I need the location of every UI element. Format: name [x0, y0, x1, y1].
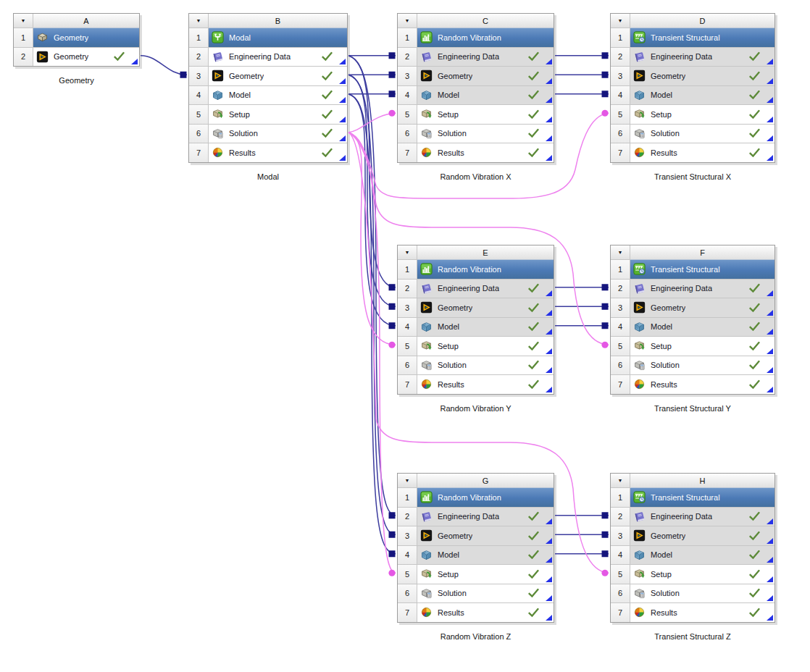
- cell-solution[interactable]: Solution: [630, 584, 774, 603]
- row-number: 2: [398, 507, 417, 526]
- cell-corner-indicator: [767, 310, 773, 316]
- cell-model[interactable]: Model: [209, 85, 347, 105]
- system-context-menu-button[interactable]: ▼: [398, 245, 417, 259]
- system-frame: ▼A1Geometry2Geometry: [13, 13, 140, 67]
- cell-model[interactable]: Model: [417, 545, 554, 565]
- cell-results[interactable]: Results: [209, 143, 347, 162]
- cell-engineering-data[interactable]: Engineering Data: [630, 47, 774, 67]
- cell-transient-structural[interactable]: Transient Structural: [630, 487, 774, 507]
- cell-results[interactable]: Results: [417, 602, 554, 622]
- cell-geometry[interactable]: Geometry: [209, 66, 347, 85]
- cell-setup[interactable]: Setup: [417, 564, 554, 584]
- system-caption[interactable]: Random Vibration Z: [397, 632, 554, 641]
- system-caption[interactable]: Transient Structural Z: [610, 632, 775, 641]
- check-icon: [749, 379, 760, 389]
- cell-solution[interactable]: Solution: [417, 356, 554, 375]
- system-caption[interactable]: Random Vibration Y: [397, 404, 554, 413]
- data-port-square-D3: [602, 72, 609, 78]
- cell-engineering-data[interactable]: Engineering Data: [417, 507, 554, 526]
- cell-results[interactable]: Results: [630, 143, 774, 162]
- system-context-menu-button[interactable]: ▼: [611, 474, 630, 487]
- system-frame: ▼D1Transient Structural2Engineering Data…: [610, 13, 775, 163]
- system-context-menu-button[interactable]: ▼: [189, 14, 209, 28]
- cell-setup[interactable]: Setup: [630, 564, 774, 584]
- cell-solution[interactable]: Solution: [417, 584, 554, 603]
- cell-setup[interactable]: Setup: [417, 104, 554, 124]
- cell-geometry[interactable]: Geometry: [630, 66, 774, 85]
- cell-solution[interactable]: Solution: [417, 124, 554, 143]
- system-letter: A: [33, 14, 139, 28]
- cell-results[interactable]: Results: [630, 374, 774, 394]
- cell-transient-structural[interactable]: Transient Structural: [630, 259, 774, 279]
- cell-setup[interactable]: Setup: [417, 336, 554, 356]
- model-icon: [633, 321, 646, 333]
- cell-setup[interactable]: Setup: [209, 104, 347, 124]
- row-number: 4: [398, 545, 417, 565]
- cell-label: Solution: [651, 589, 680, 597]
- cell-random-vibration[interactable]: Random Vibration: [417, 487, 554, 507]
- cell-corner-indicator: [767, 615, 773, 621]
- check-icon: [749, 608, 760, 617]
- system-context-menu-button[interactable]: ▼: [611, 14, 630, 28]
- cell-setup[interactable]: Setup: [630, 104, 774, 124]
- check-icon: [528, 109, 539, 119]
- chevron-down-icon: ▼: [196, 18, 201, 23]
- check-icon: [749, 341, 760, 350]
- cell-solution[interactable]: Solution: [630, 356, 774, 375]
- system-context-menu-button[interactable]: ▼: [398, 474, 417, 487]
- row-B6: 6Solution: [189, 124, 347, 143]
- designmodeler-geometry-icon: [420, 70, 433, 82]
- chevron-down-icon: ▼: [618, 250, 623, 255]
- cell-corner-indicator: [767, 387, 773, 392]
- cell-geometry[interactable]: Geometry: [630, 526, 774, 545]
- row-C7: 7Results: [398, 143, 554, 162]
- cell-results[interactable]: Results: [417, 143, 554, 162]
- cell-engineering-data[interactable]: Engineering Data: [417, 279, 554, 298]
- system-caption[interactable]: Transient Structural X: [610, 172, 775, 181]
- cell-engineering-data[interactable]: Engineering Data: [417, 47, 554, 67]
- cell-label: Random Vibration: [438, 265, 501, 274]
- cell-random-vibration[interactable]: Random Vibration: [417, 259, 554, 279]
- cell-label: Results: [651, 148, 677, 157]
- link-B4-G4: [348, 94, 396, 554]
- system-context-menu-button[interactable]: ▼: [14, 14, 33, 28]
- cell-label: Results: [651, 608, 677, 617]
- cell-engineering-data[interactable]: Engineering Data: [209, 47, 347, 67]
- cell-geometry[interactable]: Geometry: [417, 526, 554, 545]
- row-E7: 7Results: [398, 374, 554, 394]
- cell-modal[interactable]: Modal: [209, 28, 347, 47]
- system-caption[interactable]: Transient Structural Y: [610, 404, 775, 413]
- cell-model[interactable]: Model: [630, 317, 774, 337]
- cell-model[interactable]: Model: [630, 545, 774, 565]
- cell-engineering-data[interactable]: Engineering Data: [630, 279, 774, 298]
- row-number: 4: [189, 85, 209, 105]
- cell-geometry[interactable]: Geometry: [417, 66, 554, 85]
- setup-icon: [420, 340, 433, 352]
- system-caption[interactable]: Random Vibration X: [397, 172, 554, 181]
- cell-geometry[interactable]: Geometry: [33, 28, 139, 47]
- cell-solution[interactable]: Solution: [630, 124, 774, 143]
- cell-setup[interactable]: Setup: [630, 336, 774, 356]
- cell-random-vibration[interactable]: Random Vibration: [417, 28, 554, 47]
- cell-model[interactable]: Model: [417, 317, 554, 337]
- cell-solution[interactable]: Solution: [209, 124, 347, 143]
- setup-icon: [420, 568, 433, 580]
- cell-results[interactable]: Results: [630, 602, 774, 622]
- cell-model[interactable]: Model: [417, 85, 554, 105]
- system-caption[interactable]: Modal: [188, 172, 348, 181]
- setup-icon: [633, 568, 646, 580]
- system-context-menu-button[interactable]: ▼: [611, 245, 630, 259]
- row-C6: 6Solution: [398, 124, 554, 143]
- cell-model[interactable]: Model: [630, 85, 774, 105]
- cell-transient-structural[interactable]: Transient Structural: [630, 28, 774, 47]
- solution-icon: [633, 127, 646, 140]
- system-context-menu-button[interactable]: ▼: [398, 14, 417, 28]
- system-caption[interactable]: Geometry: [13, 76, 140, 85]
- data-port-square-F3: [602, 303, 609, 310]
- cell-geometry[interactable]: Geometry: [33, 47, 139, 67]
- cell-engineering-data[interactable]: Engineering Data: [630, 507, 774, 526]
- cell-results[interactable]: Results: [417, 374, 554, 394]
- cell-geometry[interactable]: Geometry: [630, 298, 774, 317]
- cell-geometry[interactable]: Geometry: [417, 298, 554, 317]
- solution-icon: [633, 587, 646, 600]
